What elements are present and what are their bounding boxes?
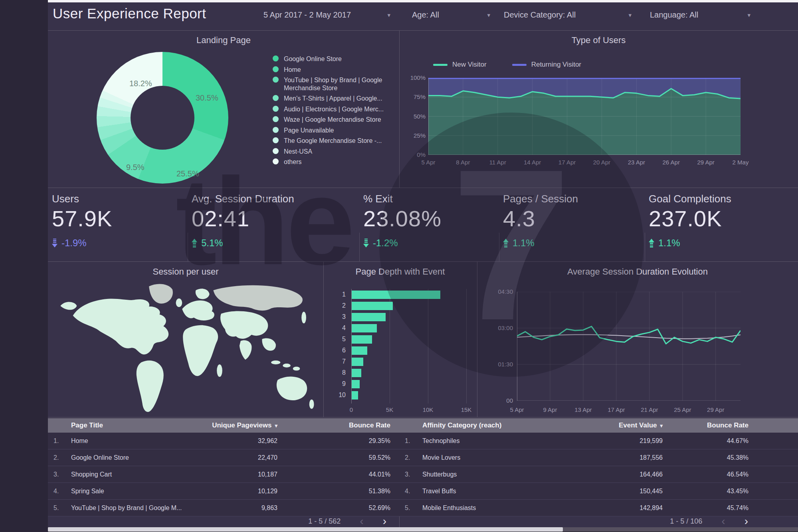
horizontal-scrollbar[interactable] [48, 527, 798, 532]
caret-down-icon: ▾ [747, 12, 750, 19]
legend-label: Audio | Electronics | Google Merc... [284, 105, 384, 113]
row-index: 2. [53, 449, 59, 466]
column-header-affinity-category[interactable]: Affinity Category (reach) [422, 418, 501, 433]
device-filter-value: Device Category: All [504, 10, 576, 20]
row-metric-value: 219,599 [640, 433, 663, 449]
x-tick-label: 21 Apr [639, 406, 660, 413]
kpi-row: Users 57.9K -1.9% Avg. Session Duration … [48, 188, 798, 261]
table-row: 3.Shutterbugs164,46646.54% [399, 466, 798, 483]
legend-item: Home [273, 66, 393, 74]
type-of-users-chart[interactable] [428, 78, 741, 155]
divider [188, 233, 188, 261]
pagination-next-button[interactable]: › [383, 516, 386, 527]
legend-swatch [273, 158, 279, 164]
y-tick-label: 0% [406, 151, 426, 158]
kpi-delta: -1.9% [52, 237, 87, 249]
kpi-label: Avg. Session Duration [192, 193, 294, 205]
age-filter[interactable]: Age: All ▾ [412, 10, 490, 20]
row-index: 5. [405, 500, 410, 516]
x-tick-label: 25 Apr [672, 406, 693, 413]
page-depth-chart[interactable]: 05K10K15K12345678910 [323, 262, 477, 417]
kpi-label: % Exit [363, 193, 393, 205]
table-row: 2.Movie Lovers187,55645.38% [399, 449, 798, 466]
sort-caret-icon: ▾ [275, 423, 277, 429]
x-tick-label: 14 Apr [522, 159, 543, 166]
x-tick-label: 5 Apr [507, 406, 527, 413]
column-header-bounce-rate[interactable]: Bounce Rate [707, 418, 748, 433]
date-range-control[interactable]: 5 Apr 2017 - 2 May 2017 ▾ [263, 10, 390, 20]
region-alaska [60, 302, 77, 310]
table-row: 4.Spring Sale10,12951.38% [48, 483, 399, 500]
row-bounce-rate: 46.54% [727, 466, 748, 483]
y-tick-label: 04:30 [489, 288, 513, 295]
column-header-unique-pageviews[interactable]: Unique Pageviews ▾ [212, 418, 277, 433]
kpi-label: Goal Completions [649, 193, 731, 205]
legend-label: Returning Visitor [531, 61, 581, 69]
row-metric-value: 22,470 [258, 449, 277, 466]
row-index: 4. [53, 483, 59, 499]
row-metric-value: 164,466 [640, 466, 663, 483]
affinity-category-table: Affinity Category (reach) Event Value ▾ … [399, 418, 798, 527]
column-header-event-value[interactable]: Event Value ▾ [619, 418, 663, 433]
gridline [428, 289, 428, 403]
legend-swatch [273, 55, 279, 61]
kpi-pages-per-session: Pages / Session 4.3 1.1% [503, 188, 647, 261]
device-category-filter[interactable]: Device Category: All ▾ [504, 10, 632, 20]
row-title: Shutterbugs [422, 466, 457, 483]
landing-page-donut-chart[interactable] [97, 52, 228, 184]
y-tick-label: 100% [406, 74, 426, 81]
bar-category-label: 8 [327, 369, 346, 376]
x-tick-label: 13 Apr [573, 406, 594, 413]
bar-category-label: 7 [327, 358, 346, 365]
bar [352, 313, 386, 321]
legend-item: Google Online Store [273, 55, 393, 63]
bar-category-label: 6 [327, 347, 346, 354]
legend-swatch [273, 77, 279, 83]
kpi-delta: 1.1% [503, 237, 535, 249]
bar [352, 358, 363, 366]
pagination-range: 1 - 5 / 562 [308, 517, 341, 526]
row-bounce-rate: 44.01% [369, 466, 390, 483]
column-header-page-title[interactable]: Page Title [71, 418, 103, 433]
landing-page-panel: Landing Page 30.5% 25.5% 9.5% 18.2% Goog… [48, 30, 399, 188]
kpi-value: 57.9K [52, 206, 112, 231]
donut-hole [131, 86, 194, 150]
legend-label: others [284, 158, 301, 166]
legend-label: Home [284, 66, 301, 74]
row-bounce-rate: 44.67% [727, 433, 748, 449]
bar [352, 369, 361, 377]
x-tick-label: 23 Apr [626, 159, 647, 166]
x-tick-label: 29 Apr [705, 406, 726, 413]
continent-africa [183, 325, 218, 376]
bar-category-label: 5 [327, 336, 346, 343]
row-bounce-rate: 29.35% [369, 433, 390, 449]
bar [352, 346, 367, 355]
y-tick-label: 75% [406, 93, 426, 100]
kpi-delta-value: 1.1% [658, 237, 680, 249]
language-filter[interactable]: Language: All ▾ [650, 10, 750, 20]
bar-category-label: 3 [327, 313, 346, 320]
legend-swatch [273, 106, 279, 112]
kpi-label: Pages / Session [503, 193, 578, 205]
row-title: Home [71, 433, 88, 449]
table-row: 1.Home32,96229.35% [48, 433, 399, 449]
scrollbar-thumb[interactable] [48, 527, 563, 532]
session-duration-evolution-chart[interactable]: 04:3003:0001:30005 Apr9 Apr13 Apr17 Apr2… [477, 262, 798, 417]
row-title: Spring Sale [71, 483, 104, 499]
region-indonesia [283, 364, 291, 368]
pagination-prev-button[interactable]: ‹ [360, 516, 363, 527]
legend-label: The Google Merchandise Store -... [284, 137, 382, 145]
pagination-next-button[interactable]: › [745, 516, 748, 527]
continent-australia [277, 376, 307, 400]
x-tick-label: 17 Apr [557, 159, 578, 166]
bar [352, 380, 360, 388]
divider [499, 233, 499, 261]
world-map[interactable] [57, 279, 315, 415]
pagination-prev-button[interactable]: ‹ [721, 516, 725, 527]
region-india [240, 340, 252, 360]
row-index: 3. [405, 466, 410, 483]
row-bounce-rate: 43.45% [727, 483, 748, 499]
column-header-bounce-rate[interactable]: Bounce Rate [349, 418, 390, 433]
y-tick-label: 03:00 [489, 324, 513, 331]
region-indonesia [293, 367, 300, 371]
